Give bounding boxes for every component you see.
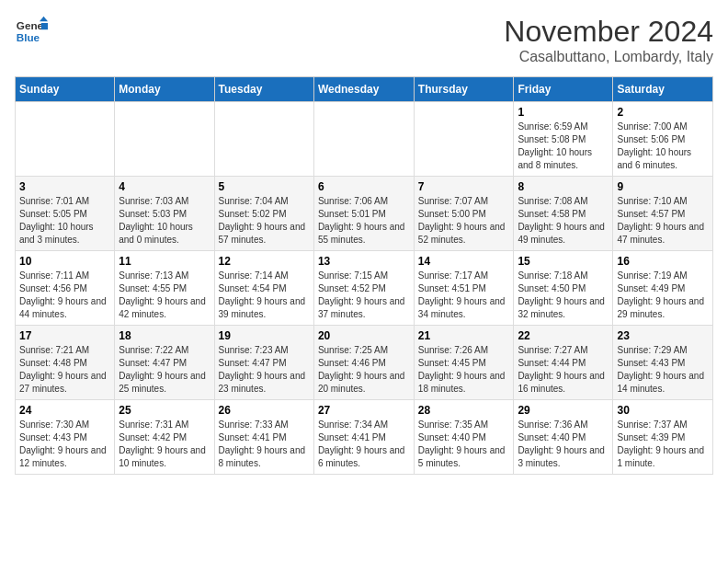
day-number: 7 xyxy=(418,180,510,193)
table-row: 2Sunrise: 7:00 AM Sunset: 5:06 PM Daylig… xyxy=(613,102,713,177)
day-info: Sunrise: 7:35 AM Sunset: 4:40 PM Dayligh… xyxy=(418,419,510,470)
table-row: 19Sunrise: 7:23 AM Sunset: 4:47 PM Dayli… xyxy=(214,326,313,400)
table-row: 12Sunrise: 7:14 AM Sunset: 4:54 PM Dayli… xyxy=(214,251,313,326)
day-info: Sunrise: 7:31 AM Sunset: 4:42 PM Dayligh… xyxy=(119,419,210,470)
day-info: Sunrise: 7:27 AM Sunset: 4:44 PM Dayligh… xyxy=(518,344,609,396)
day-info: Sunrise: 7:26 AM Sunset: 4:45 PM Dayligh… xyxy=(418,344,510,396)
header-wednesday: Wednesday xyxy=(313,77,414,102)
header-saturday: Saturday xyxy=(613,77,713,102)
day-info: Sunrise: 7:14 AM Sunset: 4:54 PM Dayligh… xyxy=(219,270,310,321)
day-number: 26 xyxy=(219,404,310,417)
header-tuesday: Tuesday xyxy=(214,77,313,102)
day-number: 30 xyxy=(617,404,709,417)
day-number: 21 xyxy=(418,329,510,342)
day-info: Sunrise: 7:19 AM Sunset: 4:49 PM Dayligh… xyxy=(617,270,709,321)
day-number: 2 xyxy=(617,106,709,119)
table-row: 8Sunrise: 7:08 AM Sunset: 4:58 PM Daylig… xyxy=(514,177,613,251)
table-row: 6Sunrise: 7:06 AM Sunset: 5:01 PM Daylig… xyxy=(313,177,414,251)
table-row: 28Sunrise: 7:35 AM Sunset: 4:40 PM Dayli… xyxy=(414,400,514,475)
main-title: November 2024 xyxy=(504,15,713,49)
title-section: November 2024 Casalbuttano, Lombardy, It… xyxy=(504,15,713,65)
day-number: 14 xyxy=(418,255,510,268)
day-info: Sunrise: 7:17 AM Sunset: 4:51 PM Dayligh… xyxy=(418,270,510,321)
table-row: 22Sunrise: 7:27 AM Sunset: 4:44 PM Dayli… xyxy=(514,326,613,400)
table-row: 20Sunrise: 7:25 AM Sunset: 4:46 PM Dayli… xyxy=(313,326,414,400)
table-row xyxy=(115,102,214,177)
table-row: 17Sunrise: 7:21 AM Sunset: 4:48 PM Dayli… xyxy=(16,326,115,400)
day-number: 16 xyxy=(617,255,709,268)
table-row: 9Sunrise: 7:10 AM Sunset: 4:57 PM Daylig… xyxy=(613,177,713,251)
day-number: 19 xyxy=(219,329,310,342)
day-info: Sunrise: 7:30 AM Sunset: 4:43 PM Dayligh… xyxy=(19,419,110,470)
header-monday: Monday xyxy=(115,77,214,102)
day-info: Sunrise: 7:21 AM Sunset: 4:48 PM Dayligh… xyxy=(19,344,110,396)
table-row: 16Sunrise: 7:19 AM Sunset: 4:49 PM Dayli… xyxy=(613,251,713,326)
day-info: Sunrise: 7:23 AM Sunset: 4:47 PM Dayligh… xyxy=(219,344,310,396)
day-info: Sunrise: 7:07 AM Sunset: 5:00 PM Dayligh… xyxy=(418,195,510,247)
day-number: 6 xyxy=(318,180,410,193)
calendar: Sunday Monday Tuesday Wednesday Thursday… xyxy=(15,76,713,475)
table-row: 15Sunrise: 7:18 AM Sunset: 4:50 PM Dayli… xyxy=(514,251,613,326)
day-number: 15 xyxy=(518,255,609,268)
day-number: 23 xyxy=(617,329,709,342)
day-info: Sunrise: 7:00 AM Sunset: 5:06 PM Dayligh… xyxy=(617,121,709,172)
table-row: 30Sunrise: 7:37 AM Sunset: 4:39 PM Dayli… xyxy=(613,400,713,475)
day-number: 28 xyxy=(418,404,510,417)
day-number: 1 xyxy=(518,106,609,119)
table-row: 1Sunrise: 6:59 AM Sunset: 5:08 PM Daylig… xyxy=(514,102,613,177)
header-friday: Friday xyxy=(514,77,613,102)
table-row: 13Sunrise: 7:15 AM Sunset: 4:52 PM Dayli… xyxy=(313,251,414,326)
day-number: 5 xyxy=(219,180,310,193)
table-row: 25Sunrise: 7:31 AM Sunset: 4:42 PM Dayli… xyxy=(115,400,214,475)
day-info: Sunrise: 7:29 AM Sunset: 4:43 PM Dayligh… xyxy=(617,344,709,396)
calendar-week-row: 24Sunrise: 7:30 AM Sunset: 4:43 PM Dayli… xyxy=(16,400,713,475)
day-info: Sunrise: 7:06 AM Sunset: 5:01 PM Dayligh… xyxy=(318,195,410,247)
day-info: Sunrise: 7:25 AM Sunset: 4:46 PM Dayligh… xyxy=(318,344,410,396)
day-number: 22 xyxy=(518,329,609,342)
logo: General Blue xyxy=(15,15,48,48)
table-row: 27Sunrise: 7:34 AM Sunset: 4:41 PM Dayli… xyxy=(313,400,414,475)
table-row: 14Sunrise: 7:17 AM Sunset: 4:51 PM Dayli… xyxy=(414,251,514,326)
day-number: 17 xyxy=(19,329,110,342)
day-number: 13 xyxy=(318,255,410,268)
table-row: 10Sunrise: 7:11 AM Sunset: 4:56 PM Dayli… xyxy=(16,251,115,326)
day-number: 20 xyxy=(318,329,410,342)
calendar-week-row: 3Sunrise: 7:01 AM Sunset: 5:05 PM Daylig… xyxy=(16,177,713,251)
day-number: 24 xyxy=(19,404,110,417)
table-row: 5Sunrise: 7:04 AM Sunset: 5:02 PM Daylig… xyxy=(214,177,313,251)
day-info: Sunrise: 7:33 AM Sunset: 4:41 PM Dayligh… xyxy=(219,419,310,470)
day-info: Sunrise: 7:10 AM Sunset: 4:57 PM Dayligh… xyxy=(617,195,709,247)
table-row xyxy=(16,102,115,177)
svg-text:Blue: Blue xyxy=(17,31,40,43)
header-thursday: Thursday xyxy=(414,77,514,102)
day-number: 3 xyxy=(19,180,110,193)
day-number: 4 xyxy=(119,180,210,193)
subtitle: Casalbuttano, Lombardy, Italy xyxy=(504,49,713,65)
day-number: 11 xyxy=(119,255,210,268)
header-sunday: Sunday xyxy=(16,77,115,102)
day-info: Sunrise: 7:37 AM Sunset: 4:39 PM Dayligh… xyxy=(617,419,709,470)
day-info: Sunrise: 7:15 AM Sunset: 4:52 PM Dayligh… xyxy=(318,270,410,321)
day-info: Sunrise: 7:08 AM Sunset: 4:58 PM Dayligh… xyxy=(518,195,609,247)
table-row: 18Sunrise: 7:22 AM Sunset: 4:47 PM Dayli… xyxy=(115,326,214,400)
day-info: Sunrise: 7:11 AM Sunset: 4:56 PM Dayligh… xyxy=(19,270,110,321)
day-info: Sunrise: 7:13 AM Sunset: 4:55 PM Dayligh… xyxy=(119,270,210,321)
svg-marker-3 xyxy=(41,23,48,29)
calendar-week-row: 1Sunrise: 6:59 AM Sunset: 5:08 PM Daylig… xyxy=(16,102,713,177)
day-number: 8 xyxy=(518,180,609,193)
day-info: Sunrise: 7:04 AM Sunset: 5:02 PM Dayligh… xyxy=(219,195,310,247)
calendar-header-row: Sunday Monday Tuesday Wednesday Thursday… xyxy=(16,77,713,102)
day-number: 27 xyxy=(318,404,410,417)
table-row: 3Sunrise: 7:01 AM Sunset: 5:05 PM Daylig… xyxy=(16,177,115,251)
day-info: Sunrise: 7:03 AM Sunset: 5:03 PM Dayligh… xyxy=(119,195,210,247)
table-row xyxy=(214,102,313,177)
logo-icon: General Blue xyxy=(15,15,48,48)
table-row: 7Sunrise: 7:07 AM Sunset: 5:00 PM Daylig… xyxy=(414,177,514,251)
day-info: Sunrise: 7:22 AM Sunset: 4:47 PM Dayligh… xyxy=(119,344,210,396)
table-row: 23Sunrise: 7:29 AM Sunset: 4:43 PM Dayli… xyxy=(613,326,713,400)
day-number: 29 xyxy=(518,404,609,417)
table-row xyxy=(414,102,514,177)
table-row xyxy=(313,102,414,177)
day-number: 10 xyxy=(19,255,110,268)
day-number: 9 xyxy=(617,180,709,193)
